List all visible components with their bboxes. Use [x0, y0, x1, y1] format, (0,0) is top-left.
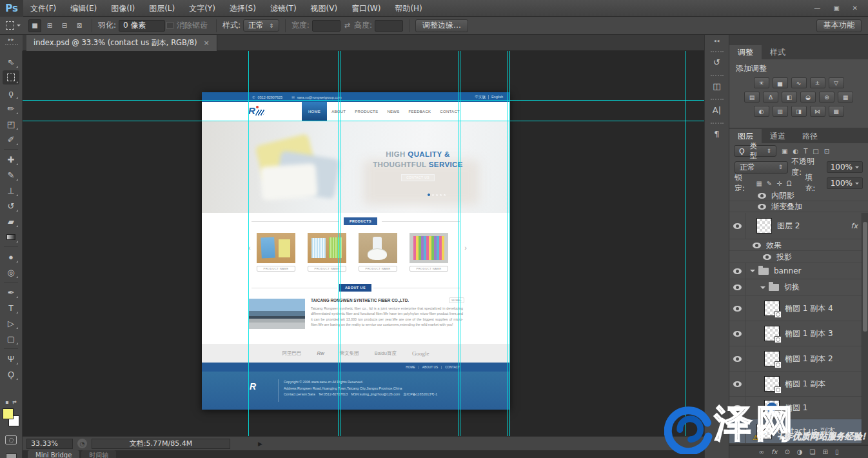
menu-edit[interactable]: 编辑(E) — [63, 0, 104, 17]
curves-icon[interactable]: ∿ — [791, 77, 807, 88]
visibility-eye-icon[interactable] — [763, 254, 771, 260]
channel-mixer-icon[interactable]: ⊛ — [819, 92, 834, 103]
color-balance-icon[interactable]: Δ — [763, 92, 778, 103]
tab-channels[interactable]: 通道 — [762, 129, 794, 143]
history-panel-button[interactable]: ↺ — [709, 51, 725, 69]
document-tab[interactable]: index.psd @ 33.3% (contact us 副本, RGB/8)… — [26, 35, 217, 51]
hand-tool[interactable]: Ψ — [3, 352, 19, 366]
posterize-icon[interactable]: ▥ — [773, 106, 788, 117]
status-expand-arrow[interactable]: ▶ — [258, 441, 262, 447]
visibility-toggle[interactable] — [729, 372, 746, 396]
crop-tool[interactable]: ◰ — [3, 117, 19, 131]
fill-value[interactable]: 100% — [827, 177, 863, 189]
lasso-tool[interactable]: ϙ — [3, 86, 19, 100]
visibility-toggle[interactable] — [729, 263, 746, 279]
visibility-eye-icon[interactable] — [758, 204, 766, 210]
layer-group-row[interactable]: banner — [729, 263, 868, 279]
height-input[interactable] — [375, 20, 403, 32]
layer-row[interactable]: 椭圆 1 副本 2 — [729, 346, 868, 372]
refine-edge-button[interactable]: 调整边缘… — [415, 19, 468, 32]
color-lookup-icon[interactable]: ▦ — [838, 92, 853, 103]
quick-selection-tool[interactable]: ✏ — [3, 101, 19, 115]
visibility-toggle[interactable] — [729, 397, 746, 419]
tab-paths[interactable]: 路径 — [794, 129, 826, 143]
path-selection-tool[interactable]: ▷ — [3, 316, 19, 330]
move-tool[interactable]: ⇖ — [3, 55, 19, 69]
layer-row[interactable]: 椭圆 1 副本 3 — [729, 321, 868, 346]
new-selection-button[interactable]: ■ — [28, 19, 41, 32]
visibility-eye-icon[interactable] — [753, 243, 761, 248]
hue-saturation-icon[interactable]: ▤ — [744, 92, 760, 103]
quick-mask-button[interactable] — [5, 435, 17, 444]
lock-position-icon[interactable]: ✛ — [776, 180, 782, 187]
tab-adjustments[interactable]: 调整 — [729, 45, 762, 59]
effects-header-row[interactable]: 效果 — [729, 240, 868, 251]
layer-group-row[interactable]: 切换 — [729, 279, 868, 296]
menu-type[interactable]: 文字(Y) — [182, 0, 222, 17]
visibility-toggle[interactable] — [729, 321, 746, 346]
menu-select[interactable]: 选择(S) — [222, 0, 263, 17]
visibility-toggle[interactable] — [729, 279, 746, 295]
new-layer-icon[interactable]: ⊞ — [822, 448, 827, 455]
visibility-toggle[interactable] — [729, 296, 746, 321]
layer-fx-badge[interactable]: fx — [851, 222, 858, 230]
vibrance-icon[interactable]: ▽ — [829, 77, 844, 88]
layer-filter-dropdown[interactable]: Ǫ 类型 ⇕ — [734, 145, 776, 157]
intersect-selection-button[interactable]: ⊠ — [73, 19, 86, 32]
swap-dimensions-icon[interactable]: ⇄ — [344, 21, 350, 30]
restore-button[interactable]: ▣ — [833, 5, 839, 12]
shape-layer-thumbnail[interactable] — [764, 326, 780, 341]
blend-mode-dropdown[interactable]: 正常 ⇕ — [735, 161, 788, 174]
filter-shape-layers-icon[interactable]: □ — [813, 148, 818, 155]
character-panel-button[interactable]: A| — [709, 99, 725, 117]
gradient-map-icon[interactable]: ⋈ — [810, 106, 825, 117]
new-adjustment-layer-icon[interactable]: ◑ — [797, 448, 803, 455]
workspace-switcher-button[interactable]: 基本功能 — [816, 19, 862, 32]
width-input[interactable] — [312, 20, 340, 32]
color-swatches[interactable] — [2, 408, 20, 426]
brush-tool[interactable]: ✎ — [3, 168, 19, 182]
black-white-icon[interactable]: ◧ — [782, 92, 797, 103]
history-brush-tool[interactable]: ↺ — [3, 199, 19, 213]
layer-effect-row[interactable]: 渐变叠加 — [729, 201, 868, 212]
subtract-from-selection-button[interactable]: ⊟ — [58, 19, 71, 32]
clone-stamp-tool[interactable]: ⊥ — [3, 183, 19, 197]
layer-effect-row[interactable]: 投影 — [729, 251, 868, 263]
menu-image[interactable]: 图像(I) — [104, 0, 142, 17]
delete-layer-icon[interactable]: ▯ — [835, 448, 839, 455]
dodge-tool[interactable]: ◎ — [3, 265, 19, 279]
visibility-toggle[interactable] — [729, 346, 746, 371]
layer-style-icon[interactable]: fx — [771, 448, 777, 455]
menu-filter[interactable]: 滤镜(T) — [263, 0, 304, 17]
screen-mode-button[interactable] — [6, 453, 17, 458]
photo-filter-icon[interactable]: ◒ — [800, 92, 816, 103]
text-layer-thumbnail[interactable]: T ⚠ — [756, 424, 772, 439]
expand-triangle-icon[interactable] — [760, 286, 765, 292]
layer-effect-row[interactable]: 内阴影 — [729, 191, 868, 201]
lock-transparent-pixels-icon[interactable]: ▦ — [756, 180, 762, 187]
rectangular-marquee-tool[interactable] — [3, 70, 19, 85]
eyedropper-tool[interactable]: ✐ — [3, 132, 19, 146]
invert-icon[interactable]: ◐ — [754, 106, 769, 117]
tab-timeline[interactable]: 时间轴 — [81, 450, 116, 458]
shape-layer-thumbnail[interactable] — [764, 376, 780, 392]
canvas-area[interactable]: ✆ 0512-82907625 ✉ sara.xu@rongweigroup.c… — [23, 51, 704, 436]
exposure-icon[interactable]: ± — [810, 77, 825, 88]
levels-icon[interactable]: ▅ — [773, 77, 788, 88]
visibility-toggle[interactable] — [729, 213, 746, 239]
pen-tool[interactable]: ✒ — [3, 285, 19, 299]
menu-layer[interactable]: 图层(L) — [142, 0, 182, 17]
menu-help[interactable]: 帮助(H) — [388, 0, 429, 17]
layers-scrollbar[interactable] — [862, 213, 868, 444]
threshold-icon[interactable]: ◨ — [791, 106, 807, 117]
minimize-button[interactable]: — — [814, 5, 820, 12]
visibility-toggle[interactable] — [729, 419, 746, 443]
visibility-eye-icon[interactable] — [758, 193, 766, 199]
add-layer-mask-icon[interactable]: ⊙ — [784, 448, 789, 455]
layer-row[interactable]: 椭圆 1 副本 4 — [729, 296, 868, 321]
layer-thumbnail[interactable] — [756, 218, 772, 234]
tab-mini-bridge[interactable]: Mini Bridge — [28, 450, 79, 458]
selective-color-icon[interactable]: ▩ — [829, 106, 844, 117]
document-size-info[interactable]: 文档:5.77M/85.4M — [92, 439, 230, 449]
link-layers-icon[interactable]: ∞ — [759, 448, 764, 455]
